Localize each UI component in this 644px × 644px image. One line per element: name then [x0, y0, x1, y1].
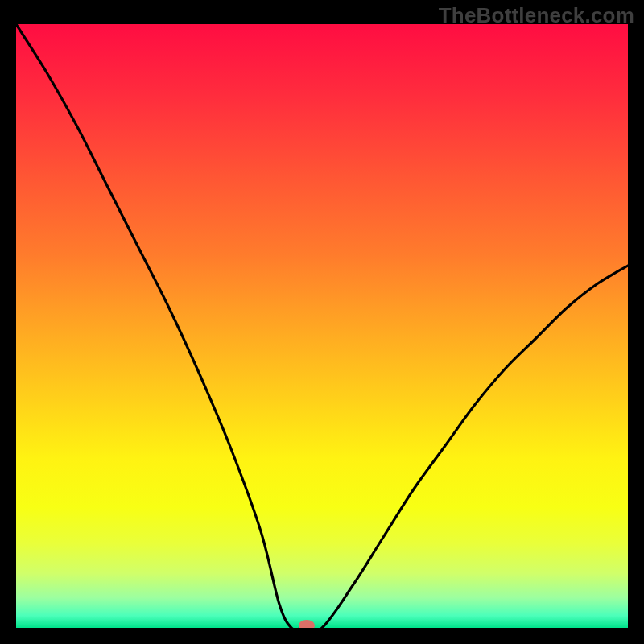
heatmap-background: [16, 24, 628, 628]
plot-area: [16, 24, 628, 628]
chart-svg: [16, 24, 628, 628]
chart-frame: TheBottleneck.com: [0, 0, 644, 644]
